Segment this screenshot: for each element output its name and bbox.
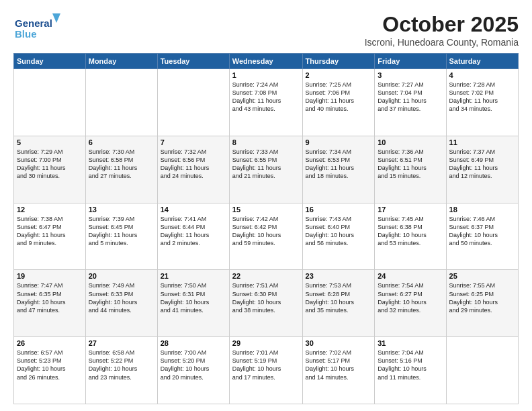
- day-info: Sunrise: 7:04 AM Sunset: 5:16 PM Dayligh…: [378, 349, 443, 381]
- day-info: Sunrise: 7:25 AM Sunset: 7:06 PM Dayligh…: [306, 81, 372, 113]
- weekday-friday: Friday: [375, 54, 446, 69]
- svg-text:General: General: [15, 17, 52, 29]
- day-number: 23: [306, 272, 372, 280]
- calendar-cell: [85, 69, 157, 136]
- weekday-row: SundayMondayTuesdayWednesdayThursdayFrid…: [14, 54, 519, 69]
- calendar-cell: 26Sunrise: 6:57 AM Sunset: 5:23 PM Dayli…: [14, 337, 86, 404]
- calendar-cell: 16Sunrise: 7:43 AM Sunset: 6:40 PM Dayli…: [302, 203, 375, 270]
- calendar-cell: 19Sunrise: 7:47 AM Sunset: 6:35 PM Dayli…: [14, 270, 86, 337]
- calendar-cell: 17Sunrise: 7:45 AM Sunset: 6:38 PM Dayli…: [375, 203, 446, 270]
- weekday-thursday: Thursday: [302, 54, 375, 69]
- calendar-cell: 29Sunrise: 7:01 AM Sunset: 5:19 PM Dayli…: [229, 337, 302, 404]
- day-number: 20: [89, 272, 154, 280]
- day-info: Sunrise: 6:57 AM Sunset: 5:23 PM Dayligh…: [17, 349, 83, 381]
- title-area: October 2025 Iscroni, Hunedoara County, …: [365, 12, 519, 48]
- svg-marker-2: [52, 13, 60, 23]
- day-info: Sunrise: 7:36 AM Sunset: 6:51 PM Dayligh…: [378, 148, 443, 181]
- day-number: 11: [449, 138, 515, 146]
- day-info: Sunrise: 7:50 AM Sunset: 6:31 PM Dayligh…: [161, 281, 226, 314]
- day-number: 6: [89, 138, 154, 146]
- day-number: 25: [449, 272, 515, 280]
- logo-area: General Blue: [13, 12, 67, 46]
- weekday-monday: Monday: [85, 54, 157, 69]
- weekday-saturday: Saturday: [446, 54, 518, 69]
- day-info: Sunrise: 7:53 AM Sunset: 6:28 PM Dayligh…: [306, 281, 372, 314]
- day-number: 8: [232, 138, 300, 146]
- day-number: 1: [232, 71, 300, 79]
- calendar-cell: 28Sunrise: 7:00 AM Sunset: 5:20 PM Dayli…: [157, 337, 229, 404]
- day-info: Sunrise: 7:32 AM Sunset: 6:56 PM Dayligh…: [161, 148, 226, 181]
- calendar-cell: 1Sunrise: 7:24 AM Sunset: 7:08 PM Daylig…: [229, 69, 302, 136]
- calendar-cell: 20Sunrise: 7:49 AM Sunset: 6:33 PM Dayli…: [85, 270, 157, 337]
- week-row-3: 12Sunrise: 7:38 AM Sunset: 6:47 PM Dayli…: [14, 203, 519, 270]
- calendar-cell: 13Sunrise: 7:39 AM Sunset: 6:45 PM Dayli…: [85, 203, 157, 270]
- calendar-cell: 7Sunrise: 7:32 AM Sunset: 6:56 PM Daylig…: [157, 136, 229, 203]
- day-info: Sunrise: 7:00 AM Sunset: 5:20 PM Dayligh…: [161, 349, 226, 381]
- calendar-cell: [14, 69, 86, 136]
- day-info: Sunrise: 7:28 AM Sunset: 7:02 PM Dayligh…: [449, 81, 515, 113]
- day-info: Sunrise: 7:37 AM Sunset: 6:49 PM Dayligh…: [449, 148, 515, 181]
- day-number: 5: [17, 138, 83, 146]
- week-row-5: 26Sunrise: 6:57 AM Sunset: 5:23 PM Dayli…: [14, 337, 519, 404]
- day-info: Sunrise: 7:24 AM Sunset: 7:08 PM Dayligh…: [232, 81, 300, 113]
- day-number: 4: [449, 71, 515, 79]
- calendar-cell: 18Sunrise: 7:46 AM Sunset: 6:37 PM Dayli…: [446, 203, 518, 270]
- day-number: 15: [232, 205, 300, 214]
- calendar-cell: 9Sunrise: 7:34 AM Sunset: 6:53 PM Daylig…: [302, 136, 375, 203]
- day-number: 31: [378, 339, 443, 347]
- day-number: 2: [306, 71, 372, 79]
- calendar-cell: 22Sunrise: 7:51 AM Sunset: 6:30 PM Dayli…: [229, 270, 302, 337]
- calendar-cell: [157, 69, 229, 136]
- day-info: Sunrise: 7:33 AM Sunset: 6:55 PM Dayligh…: [232, 148, 300, 181]
- logo: General Blue: [13, 12, 67, 46]
- calendar-cell: 2Sunrise: 7:25 AM Sunset: 7:06 PM Daylig…: [302, 69, 375, 136]
- calendar-cell: 14Sunrise: 7:41 AM Sunset: 6:44 PM Dayli…: [157, 203, 229, 270]
- day-info: Sunrise: 6:58 AM Sunset: 5:22 PM Dayligh…: [89, 349, 154, 381]
- weekday-sunday: Sunday: [14, 54, 86, 69]
- day-number: 12: [17, 205, 83, 214]
- day-info: Sunrise: 7:02 AM Sunset: 5:17 PM Dayligh…: [306, 349, 372, 381]
- weekday-wednesday: Wednesday: [229, 54, 302, 69]
- week-row-1: 1Sunrise: 7:24 AM Sunset: 7:08 PM Daylig…: [14, 69, 519, 136]
- day-info: Sunrise: 7:38 AM Sunset: 6:47 PM Dayligh…: [17, 215, 83, 248]
- month-title: October 2025: [365, 12, 519, 37]
- day-info: Sunrise: 7:27 AM Sunset: 7:04 PM Dayligh…: [378, 81, 443, 113]
- day-number: 17: [378, 205, 443, 214]
- day-info: Sunrise: 7:46 AM Sunset: 6:37 PM Dayligh…: [449, 215, 515, 248]
- day-info: Sunrise: 7:43 AM Sunset: 6:40 PM Dayligh…: [306, 215, 372, 248]
- calendar-table: SundayMondayTuesdayWednesdayThursdayFrid…: [13, 53, 519, 404]
- day-number: 7: [161, 138, 226, 146]
- day-number: 22: [232, 272, 300, 280]
- calendar-cell: [446, 337, 518, 404]
- day-number: 28: [161, 339, 226, 347]
- calendar-cell: 4Sunrise: 7:28 AM Sunset: 7:02 PM Daylig…: [446, 69, 518, 136]
- day-info: Sunrise: 7:51 AM Sunset: 6:30 PM Dayligh…: [232, 281, 300, 314]
- day-number: 9: [306, 138, 372, 146]
- calendar-cell: 15Sunrise: 7:42 AM Sunset: 6:42 PM Dayli…: [229, 203, 302, 270]
- calendar-cell: 25Sunrise: 7:55 AM Sunset: 6:25 PM Dayli…: [446, 270, 518, 337]
- day-info: Sunrise: 7:29 AM Sunset: 7:00 PM Dayligh…: [17, 148, 83, 181]
- day-info: Sunrise: 7:39 AM Sunset: 6:45 PM Dayligh…: [89, 215, 154, 248]
- day-info: Sunrise: 7:54 AM Sunset: 6:27 PM Dayligh…: [378, 281, 443, 314]
- svg-text:Blue: Blue: [15, 28, 37, 40]
- day-info: Sunrise: 7:42 AM Sunset: 6:42 PM Dayligh…: [232, 215, 300, 248]
- day-info: Sunrise: 7:55 AM Sunset: 6:25 PM Dayligh…: [449, 281, 515, 314]
- page-header: General Blue October 2025 Iscroni, Huned…: [13, 12, 519, 48]
- day-number: 27: [89, 339, 154, 347]
- day-info: Sunrise: 7:49 AM Sunset: 6:33 PM Dayligh…: [89, 281, 154, 314]
- day-number: 14: [161, 205, 226, 214]
- calendar-cell: 31Sunrise: 7:04 AM Sunset: 5:16 PM Dayli…: [375, 337, 446, 404]
- day-info: Sunrise: 7:41 AM Sunset: 6:44 PM Dayligh…: [161, 215, 226, 248]
- calendar-body: 1Sunrise: 7:24 AM Sunset: 7:08 PM Daylig…: [14, 69, 519, 404]
- day-number: 19: [17, 272, 83, 280]
- calendar-cell: 30Sunrise: 7:02 AM Sunset: 5:17 PM Dayli…: [302, 337, 375, 404]
- day-info: Sunrise: 7:34 AM Sunset: 6:53 PM Dayligh…: [306, 148, 372, 181]
- day-number: 29: [232, 339, 300, 347]
- day-number: 16: [306, 205, 372, 214]
- calendar-header: SundayMondayTuesdayWednesdayThursdayFrid…: [14, 54, 519, 69]
- day-number: 18: [449, 205, 515, 214]
- day-info: Sunrise: 7:47 AM Sunset: 6:35 PM Dayligh…: [17, 281, 83, 314]
- day-number: 26: [17, 339, 83, 347]
- day-number: 10: [378, 138, 443, 146]
- day-number: 30: [306, 339, 372, 347]
